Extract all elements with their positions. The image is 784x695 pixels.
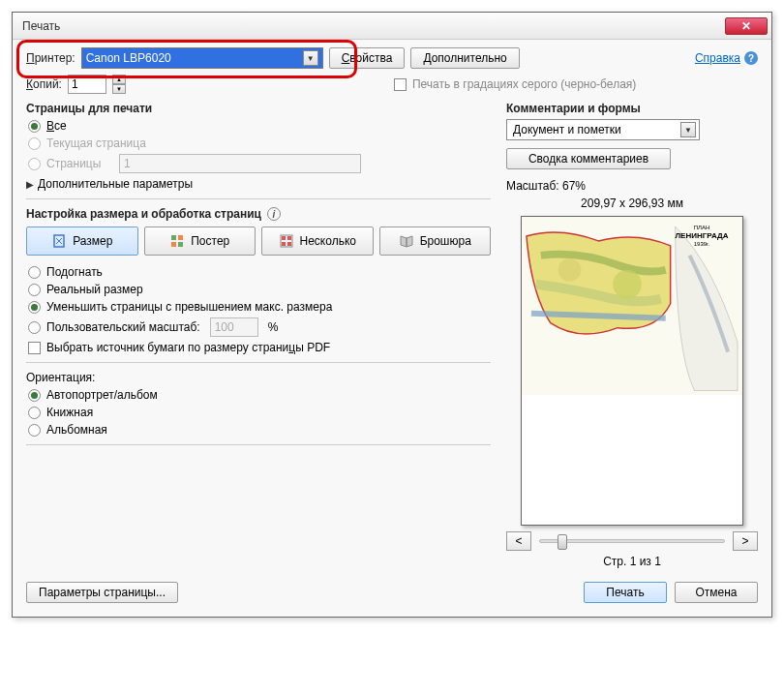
properties-button[interactable]: Свойства	[329, 47, 406, 69]
orient-landscape-label: Альбомная	[46, 423, 107, 437]
multiple-tab[interactable]: Несколько	[261, 227, 374, 256]
preview-dimensions: 209,97 x 296,93 мм	[506, 196, 758, 210]
chevron-down-icon: ▼	[303, 50, 318, 66]
preview-prev-button[interactable]: <	[506, 531, 531, 551]
titlebar: Печать ✕	[13, 13, 771, 40]
triangle-right-icon: ▶	[26, 179, 34, 190]
comments-title: Комментарии и формы	[506, 102, 758, 115]
grayscale-label: Печать в градациях серого (черно-белая)	[412, 77, 636, 91]
info-icon[interactable]: i	[267, 207, 281, 221]
spin-down-icon[interactable]: ▼	[112, 84, 126, 94]
print-button[interactable]: Печать	[584, 582, 667, 603]
print-preview: ПЛАНЛЕНИНГРАДА1939г.	[521, 216, 743, 526]
preview-scale: Масштаб: 67%	[506, 179, 758, 193]
booklet-tab[interactable]: Брошюра	[379, 227, 492, 256]
pages-range-input	[119, 154, 361, 173]
custom-scale-input	[210, 317, 258, 337]
divider	[26, 198, 491, 199]
comments-summary-button[interactable]: Сводка комментариев	[506, 148, 671, 169]
printer-label: Принтер:	[26, 51, 75, 65]
help-link[interactable]: Справка ?	[695, 51, 758, 65]
close-icon: ✕	[741, 19, 751, 33]
orient-portrait-radio[interactable]	[28, 407, 41, 419]
fit-radio[interactable]	[28, 266, 41, 279]
orientation-title: Ориентация:	[26, 371, 491, 384]
poster-icon	[169, 233, 185, 249]
comments-select[interactable]: Документ и пометки ▼	[506, 119, 700, 140]
slider-thumb[interactable]	[558, 534, 567, 550]
svg-rect-9	[287, 242, 291, 246]
spin-up-icon[interactable]: ▲	[112, 75, 126, 84]
cancel-button[interactable]: Отмена	[675, 582, 758, 603]
advanced-button[interactable]: Дополнительно	[410, 47, 519, 69]
paper-source-checkbox[interactable]	[28, 342, 41, 354]
booklet-icon	[399, 233, 414, 249]
divider	[26, 362, 491, 363]
svg-rect-7	[287, 236, 291, 240]
shrink-radio[interactable]	[28, 301, 41, 314]
preview-page-info: Стр. 1 из 1	[506, 555, 758, 568]
more-options-toggle[interactable]: ▶Дополнительные параметры	[26, 177, 491, 191]
close-button[interactable]: ✕	[725, 17, 768, 35]
chevron-down-icon: ▼	[680, 122, 696, 137]
multiple-icon	[279, 233, 294, 249]
svg-rect-1	[171, 235, 176, 240]
copies-label: Копий:	[26, 77, 62, 91]
print-dialog: Печать ✕ Принтер: Canon LBP6020 ▼ Свойст…	[12, 12, 772, 618]
pages-current-radio	[28, 137, 41, 150]
pages-all-label: Все	[46, 119, 67, 133]
printer-select[interactable]: Canon LBP6020 ▼	[81, 47, 323, 69]
poster-tab[interactable]: Постер	[144, 227, 256, 256]
orient-auto-label: Автопортрет/альбом	[46, 388, 158, 402]
preview-slider[interactable]	[539, 539, 725, 543]
map-title-label: ПЛАНЛЕНИНГРАДА1939г.	[671, 225, 733, 248]
shrink-label: Уменьшить страницы с превышением макс. р…	[46, 300, 332, 314]
pages-range-label: Страницы	[46, 157, 101, 170]
paper-source-label: Выбрать источник бумаги по размеру стран…	[46, 341, 330, 354]
svg-rect-2	[178, 235, 183, 240]
grayscale-checkbox[interactable]	[394, 78, 407, 91]
pages-group-title: Страницы для печати	[26, 102, 491, 115]
window-title: Печать	[22, 19, 60, 33]
svg-point-11	[558, 258, 582, 282]
svg-rect-6	[282, 236, 286, 240]
size-tab[interactable]: Размер	[26, 227, 138, 256]
orient-auto-radio[interactable]	[28, 389, 41, 402]
pages-current-label: Текущая страница	[46, 136, 146, 150]
copies-input[interactable]	[68, 75, 106, 94]
page-setup-button[interactable]: Параметры страницы...	[26, 582, 178, 603]
custom-scale-radio[interactable]	[28, 321, 41, 334]
printer-value: Canon LBP6020	[86, 51, 171, 65]
svg-rect-4	[178, 242, 183, 247]
svg-rect-8	[282, 242, 286, 246]
copies-spinner[interactable]: ▲ ▼	[112, 75, 126, 94]
divider	[26, 444, 491, 445]
fit-label: Подогнать	[46, 265, 103, 279]
actual-radio[interactable]	[28, 284, 41, 296]
svg-point-12	[613, 270, 642, 299]
sizing-group-title: Настройка размера и обработка страницi	[26, 207, 491, 221]
help-icon: ?	[744, 51, 758, 65]
comments-value: Документ и пометки	[513, 123, 621, 136]
preview-next-button[interactable]: >	[733, 531, 758, 551]
pages-range-radio[interactable]	[28, 158, 41, 170]
orient-landscape-radio[interactable]	[28, 424, 41, 437]
actual-label: Реальный размер	[46, 283, 143, 296]
size-icon	[51, 233, 67, 249]
orient-portrait-label: Книжная	[46, 406, 93, 419]
custom-scale-label: Пользовательский масштаб:	[46, 320, 200, 334]
pages-all-radio[interactable]	[28, 120, 41, 133]
svg-rect-3	[171, 242, 176, 247]
